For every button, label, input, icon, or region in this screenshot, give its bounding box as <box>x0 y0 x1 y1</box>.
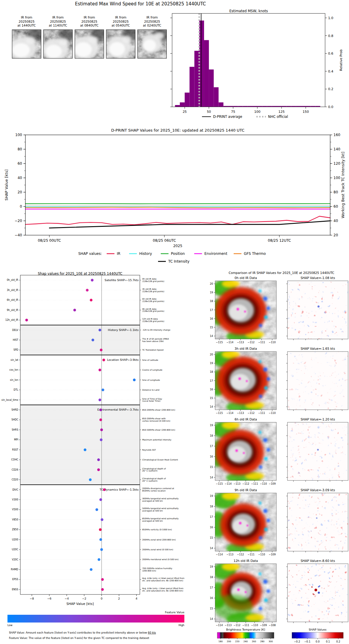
feature-description: Sine of Latitude <box>142 359 158 361</box>
shap-dot <box>100 349 102 351</box>
svg-text:17: 17 <box>210 586 213 589</box>
page-title: Estimated Max Wind Speed for 10E at 2025… <box>12 1 269 7</box>
ir-map <box>210 421 276 484</box>
svg-text:−113: −113 <box>237 412 244 415</box>
ir-thumbnail: IR from 20250825 at 0240UTC <box>137 16 167 58</box>
svg-text:18: 18 <box>210 300 213 303</box>
shap-footnote-2: Feature Value: The value of the feature … <box>9 637 149 640</box>
feature-label: V850 <box>12 518 18 521</box>
shap-dot <box>98 558 100 561</box>
svg-text:50: 50 <box>207 110 211 114</box>
timeseries-ylabel-left: SHAP Value [kts] <box>4 170 9 201</box>
svg-text:D-PRINT average: D-PRINT average <box>213 115 242 119</box>
svg-text:20: 20 <box>210 282 213 285</box>
feature-description: 700-500hPa relative humidity <box>142 567 172 570</box>
shap-dot <box>25 319 28 321</box>
svg-text:260: 260 <box>252 640 256 643</box>
svg-text:−113: −113 <box>233 482 240 485</box>
feature-description: averaged at 500 km <box>142 510 163 512</box>
svg-text:17: 17 <box>210 445 213 448</box>
shap-dot <box>97 458 100 461</box>
feature-description: 850-200hPa shear with <box>142 417 166 420</box>
feature-description: (128x128 grid points) <box>142 300 164 303</box>
feature-description: 200hPa meridional wind (0-500 km) <box>142 558 179 561</box>
ir-thumbnail-label: IR from 20250825 at 0540UTC <box>106 16 135 29</box>
svg-text:15: 15 <box>210 326 213 329</box>
feature-label: U20C <box>12 548 18 551</box>
svg-text:−114: −114 <box>225 482 232 485</box>
ir-thumbnail-label: IR from 20250825 at 0240UTC <box>137 16 167 29</box>
shap-dot <box>99 528 102 531</box>
bt-colorbar <box>217 632 274 638</box>
svg-text:160: 160 <box>333 133 340 137</box>
ir-thumbnail-image <box>137 30 167 58</box>
svg-text:−115: −115 <box>216 482 223 485</box>
svg-text:Position: Position <box>171 252 185 256</box>
ir-map <box>210 563 276 626</box>
shap-dot <box>102 359 105 361</box>
feature-description: -12h to 0h Intensity change <box>142 329 170 331</box>
feature-label: Z850 <box>12 528 18 531</box>
svg-text:20: 20 <box>18 190 22 194</box>
svg-text:0.2: 0.2 <box>336 640 340 643</box>
feature-label: V300 <box>12 498 18 501</box>
bt-colorbar-title: Brightness Temperature [K] <box>226 628 265 631</box>
feature-label: SHRS <box>12 429 18 431</box>
feature-label: U200 <box>12 538 18 541</box>
svg-text:120: 120 <box>333 161 340 166</box>
svg-text:15: 15 <box>210 397 213 400</box>
svg-text:180: 180 <box>218 640 223 643</box>
timeseries-legend: SHAP values:IRHistoryPositionEnvironment… <box>78 252 266 264</box>
shap-map <box>287 564 348 622</box>
feature-description: (128x128 grid points) <box>142 320 164 323</box>
svg-text:−113: −113 <box>226 553 233 556</box>
feature-description: Climatological depth of <box>142 477 166 480</box>
svg-text:19: 19 <box>210 565 213 568</box>
ir-comparison-title: Comparison of IR SHAP Values for 2025_10… <box>213 271 349 275</box>
svg-text:−114: −114 <box>216 624 223 627</box>
svg-text:−112: −112 <box>233 624 240 627</box>
feature-label: cos_lon <box>9 369 18 371</box>
svg-text:16: 16 <box>210 597 213 600</box>
colorbar-high-label: High <box>178 624 184 627</box>
shap-dot <box>100 409 102 411</box>
ir-thumbnail: IR from 20250825 at 1440UTC <box>12 16 41 58</box>
feature-description: 850hPa tangential wind azimuthally <box>142 517 179 520</box>
feature-description: Climatological Ocean Heat Content <box>142 459 178 461</box>
feature-label: 9h_old_IR <box>7 309 19 312</box>
feature-label: sin_local_time <box>1 399 18 401</box>
shap-dot <box>100 418 102 421</box>
feature-description: 850-500hPa shear (200-800 km) <box>142 429 175 431</box>
svg-text:75: 75 <box>231 110 235 114</box>
svg-text:150: 150 <box>303 110 309 114</box>
svg-text:−115: −115 <box>216 412 223 415</box>
svg-text:18: 18 <box>210 505 213 508</box>
svg-text:0.6: 0.6 <box>328 52 333 56</box>
svg-text:14: 14 <box>210 617 213 620</box>
svg-text:16: 16 <box>210 388 213 391</box>
shap-dot <box>99 399 101 401</box>
feature-label: 6h_old_IR <box>7 299 19 301</box>
msw-histogram: 0.00.20.40.60.81.0255075100125150Relativ… <box>170 8 349 127</box>
svg-text:14: 14 <box>210 547 213 550</box>
shap-dot <box>102 389 104 391</box>
feature-description: The # of 6h periods VMAX <box>142 338 169 340</box>
feature-description: 26° C isotherm <box>142 470 158 472</box>
svg-text:60: 60 <box>18 161 22 166</box>
shap-map-title: SHAP Value=-1.65 kts <box>301 347 335 350</box>
feature-description: 20° C isotherm <box>142 480 158 482</box>
feature-description: Avg. Δ θe (only +) btwn parcel lifted fr… <box>142 577 185 580</box>
svg-text:280: 280 <box>260 640 265 643</box>
feature-label: SHDC <box>11 418 18 421</box>
ir-map-title: 9h old IR Data <box>235 488 257 492</box>
feature-label: ENSS <box>12 588 18 591</box>
feature-description: averaged at 500 km <box>142 500 163 502</box>
shap-dot <box>84 449 86 451</box>
svg-text:−109: −109 <box>269 553 275 556</box>
svg-text:−109: −109 <box>269 482 275 485</box>
histogram-title: Estimated MSW, knots <box>172 9 325 13</box>
feature-description: 9h old IR data <box>142 308 157 310</box>
svg-text:0: 0 <box>101 597 102 600</box>
svg-text:−115: −115 <box>216 341 223 344</box>
svg-text:−111: −111 <box>251 482 258 485</box>
